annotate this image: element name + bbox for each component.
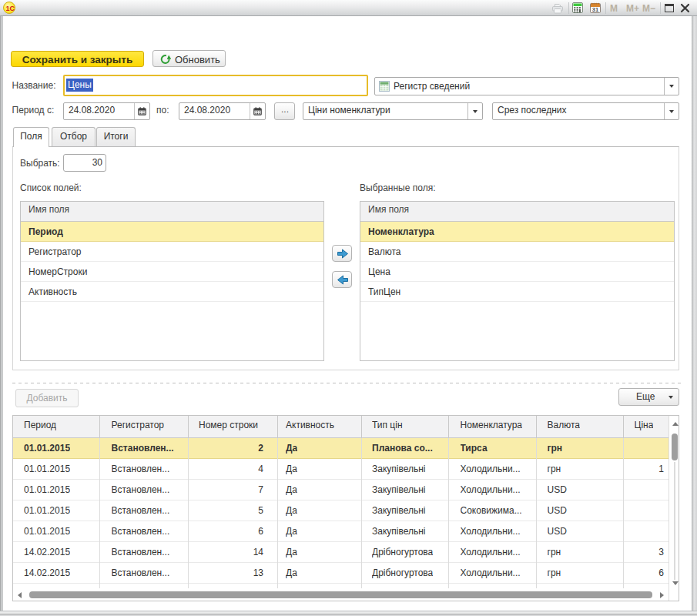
svg-text:31: 31 bbox=[592, 6, 598, 13]
